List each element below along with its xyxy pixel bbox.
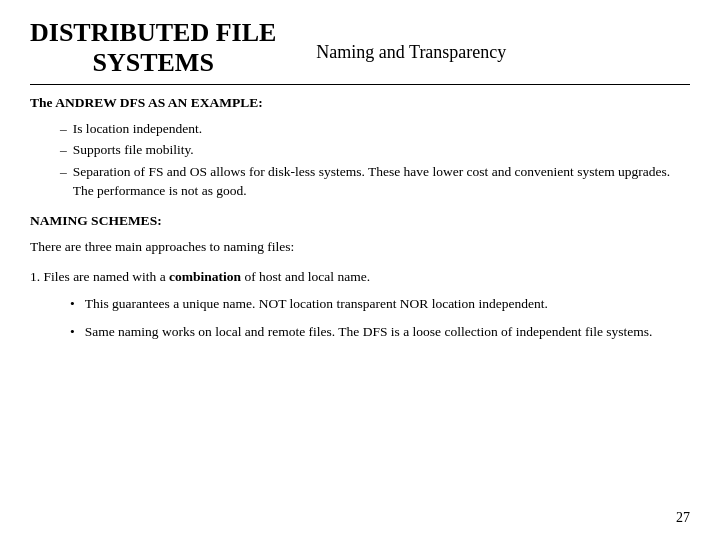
header-divider (30, 84, 690, 85)
bullet-dot-icon: • (70, 322, 75, 342)
bullet-dot-icon: • (70, 294, 75, 314)
header: DISTRIBUTED FILE SYSTEMS Naming and Tran… (30, 18, 690, 78)
title-block: DISTRIBUTED FILE SYSTEMS (30, 18, 276, 78)
page-number: 27 (676, 510, 690, 526)
sub-bullet-item-2: • Same naming works on local and remote … (70, 322, 690, 342)
list-item: – Supports file mobility. (60, 140, 690, 160)
sub-bullet-item-1: • This guarantees a unique name. NOT loc… (70, 294, 690, 314)
andrew-bullet-list: – Is location independent. – Supports fi… (60, 119, 690, 201)
sub-bullet-list: • This guarantees a unique name. NOT loc… (70, 294, 690, 341)
bullet-text-3: Separation of FS and OS allows for disk-… (73, 162, 690, 201)
dash-icon: – (60, 140, 67, 160)
andrew-heading: The ANDREW DFS AS AN EXAMPLE: (30, 95, 690, 111)
bullet-text-2: Supports file mobility. (73, 140, 194, 160)
list-item: – Is location independent. (60, 119, 690, 139)
section-title: Naming and Transparency (316, 42, 506, 63)
item1-prefix: 1. Files are named with a (30, 269, 169, 284)
sub-bullet-text-2: Same naming works on local and remote fi… (85, 322, 690, 342)
naming-intro: There are three main approaches to namin… (30, 237, 690, 257)
item1-suffix: of host and local name. (241, 269, 370, 284)
list-item: – Separation of FS and OS allows for dis… (60, 162, 690, 201)
naming-schemes-heading: NAMING SCHEMES: (30, 213, 690, 229)
item1-bold: combination (169, 269, 241, 284)
bullet-text-1: Is location independent. (73, 119, 202, 139)
sub-bullet-text-1: This guarantees a unique name. NOT locat… (85, 294, 690, 314)
numbered-item-1: 1. Files are named with a combination of… (30, 267, 690, 287)
main-title-line1: DISTRIBUTED FILE (30, 18, 276, 48)
dash-icon: – (60, 162, 67, 201)
main-title-line2: SYSTEMS (30, 48, 276, 78)
dash-icon: – (60, 119, 67, 139)
